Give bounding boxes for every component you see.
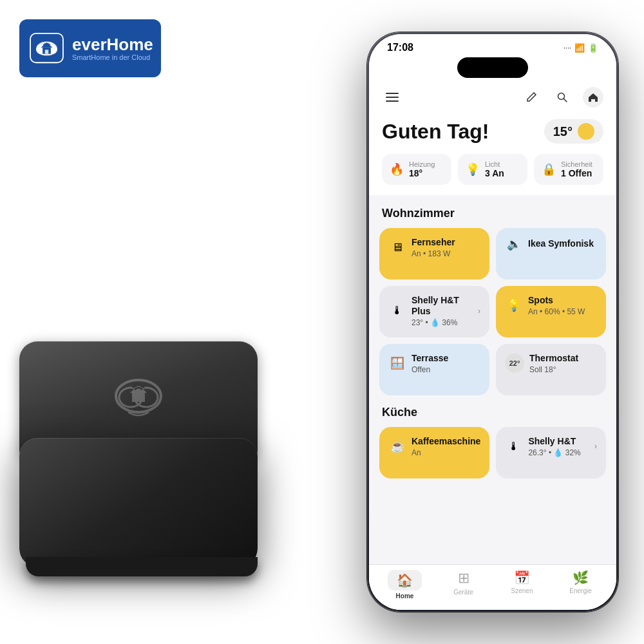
szenen-tab-icon: 📅 xyxy=(514,570,530,585)
szenen-tab-label: Szenen xyxy=(511,587,533,594)
menu-icon[interactable] xyxy=(382,87,402,108)
shelly-ht-plus-status: 23° • 💧 36% xyxy=(412,318,473,327)
phone-mockup: 17:08 ···· 📶 🔋 xyxy=(367,32,618,612)
search-icon[interactable] xyxy=(552,87,573,108)
tab-szenen[interactable]: 📅 Szenen xyxy=(493,570,551,600)
tab-bar: 🏠 Home ⊞ Geräte 📅 Szenen 🌿 Energie xyxy=(369,564,616,610)
thermostat-card[interactable]: 22° Thermostat Soll 18° xyxy=(496,344,606,395)
logo-brand-name: everHome xyxy=(72,35,153,54)
app-top-bar xyxy=(369,80,616,114)
spots-status: An • 60% • 55 W xyxy=(528,307,597,316)
fernseher-name: Fernseher xyxy=(412,237,480,248)
tab-energie[interactable]: 🌿 Energie xyxy=(551,570,610,600)
shelly-ht-card[interactable]: 🌡 Shelly H&T 26.3° • 💧 32% › xyxy=(496,427,606,478)
spots-card[interactable]: 💡 Spots An • 60% • 55 W xyxy=(496,286,606,337)
light-summary-card[interactable]: 💡 Licht 3 An xyxy=(458,154,527,185)
dynamic-island-area xyxy=(369,57,616,80)
greeting-section: Guten Tag! 15° xyxy=(369,114,616,154)
cloud-icon xyxy=(29,32,64,64)
heating-label: Heizung xyxy=(409,160,435,168)
weather-temperature: 15° xyxy=(553,124,573,139)
terrasse-card[interactable]: 🪟 Terrasse Offen xyxy=(379,344,489,395)
heating-value: 18° xyxy=(409,168,435,178)
security-label: Sicherheit xyxy=(561,160,592,168)
shelly-ht-plus-card[interactable]: 🌡 Shelly H&T Plus 23° • 💧 36% › xyxy=(379,286,489,337)
security-summary-card[interactable]: 🔒 Sicherheit 1 Offen xyxy=(534,154,603,185)
energie-tab-label: Energie xyxy=(569,587,591,594)
fernseher-card[interactable]: 🖥 Fernseher An • 183 W xyxy=(379,228,489,279)
home-icon-button[interactable] xyxy=(583,87,603,108)
kaffeemaschine-name: Kaffeemaschine xyxy=(412,436,480,447)
geraete-tab-icon: ⊞ xyxy=(458,570,469,587)
thermostat-temp-circle: 22° xyxy=(505,354,524,373)
thermostat-status: Soll 18° xyxy=(529,365,597,374)
light-label: Licht xyxy=(485,160,504,168)
kuche-section-title: Küche xyxy=(379,402,606,424)
kuche-device-grid: ☕ Kaffeemaschine An 🌡 xyxy=(379,427,606,478)
home-tab-icon: 🏠 xyxy=(397,573,413,588)
geraete-tab-label: Geräte xyxy=(453,589,473,596)
hardware-device xyxy=(19,361,277,567)
terrasse-icon: 🪟 xyxy=(388,356,406,370)
shelly-ht-plus-chevron: › xyxy=(478,307,480,316)
fernseher-icon: 🖥 xyxy=(388,241,406,254)
summary-row: 🔥 Heizung 18° 💡 Licht 3 An xyxy=(369,154,616,195)
tab-geraete[interactable]: ⊞ Geräte xyxy=(434,570,493,600)
status-bar: 17:08 ···· 📶 🔋 xyxy=(369,34,616,57)
greeting-text: Guten Tag! xyxy=(382,120,489,144)
logo-tagline: SmartHome in der Cloud xyxy=(72,53,153,61)
shelly-ht-plus-name: Shelly H&T Plus xyxy=(412,295,473,317)
spots-name: Spots xyxy=(528,295,597,306)
tab-home[interactable]: 🏠 Home xyxy=(375,570,434,600)
dynamic-island-pill xyxy=(457,57,528,78)
edit-icon[interactable] xyxy=(521,87,542,108)
energie-tab-icon: 🌿 xyxy=(573,570,589,585)
kaffeemaschine-icon: ☕ xyxy=(388,439,406,453)
security-icon: 🔒 xyxy=(542,162,556,176)
ikea-name: Ikea Symfonisk xyxy=(528,238,597,249)
security-value: 1 Offen xyxy=(561,168,592,178)
svg-line-16 xyxy=(564,99,567,102)
svg-rect-6 xyxy=(45,50,48,53)
heating-summary-card[interactable]: 🔥 Heizung 18° xyxy=(382,154,451,185)
wohnzimmer-device-grid: 🖥 Fernseher An • 183 W 🔈 xyxy=(379,228,606,395)
fernseher-status: An • 183 W xyxy=(412,249,480,258)
shelly-ht-name: Shelly H&T xyxy=(528,436,589,447)
status-time: 17:08 xyxy=(387,42,413,53)
device-logo-emboss xyxy=(106,370,171,428)
weather-badge: 15° xyxy=(544,119,603,144)
terrasse-name: Terrasse xyxy=(412,353,480,364)
light-value: 3 An xyxy=(485,168,504,178)
light-icon: 💡 xyxy=(466,162,480,176)
shelly-ht-icon: 🌡 xyxy=(505,440,523,453)
wohnzimmer-section-title: Wohnzimmer xyxy=(379,203,606,225)
spots-icon: 💡 xyxy=(505,298,523,312)
thermostat-name: Thermostat xyxy=(529,353,597,364)
svg-rect-14 xyxy=(386,100,399,102)
heating-icon: 🔥 xyxy=(390,162,404,176)
kaffeemaschine-status: An xyxy=(412,448,480,457)
home-tab-label: Home xyxy=(396,592,414,600)
ikea-icon: 🔈 xyxy=(505,237,523,251)
status-icons: ···· 📶 🔋 xyxy=(564,43,598,53)
kaffeemaschine-card[interactable]: ☕ Kaffeemaschine An xyxy=(379,427,489,478)
main-scroll-area[interactable]: Wohnzimmer 🖥 Fernseher An • 183 W xyxy=(369,195,616,564)
shelly-ht-plus-icon: 🌡 xyxy=(388,304,406,317)
terrasse-status: Offen xyxy=(412,365,480,374)
ikea-card[interactable]: 🔈 Ikea Symfonisk xyxy=(496,228,606,279)
sun-icon xyxy=(578,123,594,140)
svg-rect-12 xyxy=(386,93,399,94)
svg-rect-13 xyxy=(386,97,399,98)
shelly-ht-status: 26.3° • 💧 32% xyxy=(528,448,589,457)
logo-banner: everHome SmartHome in der Cloud xyxy=(19,19,161,77)
svg-rect-11 xyxy=(132,393,145,402)
shelly-ht-chevron: › xyxy=(594,442,597,451)
